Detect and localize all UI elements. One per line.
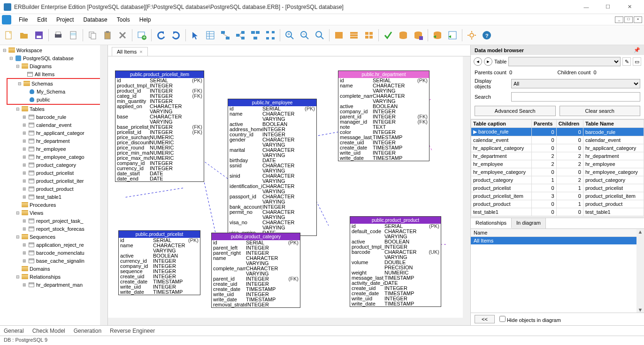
btab-check[interactable]: Check Model (32, 328, 65, 334)
tree-domains[interactable]: Domains (2, 265, 107, 273)
table-gen-icon[interactable] (445, 28, 460, 42)
tree-item[interactable]: ⊞hr_department (2, 137, 107, 145)
tree-item[interactable]: ⊞product_pricelist (2, 169, 107, 177)
relation4-icon[interactable] (263, 28, 277, 42)
tree-item[interactable]: ⊞product_pricelist_iter (2, 177, 107, 185)
table-row[interactable]: product_category12product_category (471, 176, 644, 184)
pin-icon[interactable]: 📌 (634, 47, 640, 53)
redo-icon[interactable] (169, 28, 183, 42)
tree-workspace[interactable]: ⊟Workspace (2, 46, 107, 54)
tree-views[interactable]: ⊟Views (2, 209, 107, 217)
tree-item[interactable]: ⊞report_project_task_ (2, 217, 107, 225)
list-item[interactable]: All Items (471, 237, 644, 244)
er-table[interactable]: public.product_productidSERIAL(PK)defaul… (350, 216, 441, 307)
tree-item[interactable]: ⊞product_category (2, 161, 107, 169)
table-row[interactable]: hr_department22hr_department (471, 152, 644, 160)
db-save-icon[interactable] (411, 28, 425, 42)
hide-checkbox-label[interactable]: Hide objects in diagram (499, 316, 561, 323)
btab-general[interactable]: General (4, 328, 24, 334)
tree-item[interactable]: ⊞hr_employee (2, 145, 107, 153)
check-icon[interactable] (381, 28, 395, 42)
undo-icon[interactable] (154, 28, 168, 42)
btab-rev[interactable]: Reverse Engineer (110, 328, 155, 334)
save-icon[interactable] (32, 28, 46, 42)
db-gen-icon[interactable] (396, 28, 410, 42)
table-row[interactable]: hr_employee22hr_employee (471, 160, 644, 168)
adv-search-button[interactable]: Advanced Search (475, 106, 556, 116)
menu-project[interactable]: Project (52, 15, 78, 25)
copy-icon[interactable] (85, 28, 100, 42)
btab-gen[interactable]: Generation (74, 328, 101, 334)
table-row[interactable]: hr_applicant_category00hr_applicant_cate… (471, 144, 644, 152)
open-icon[interactable] (17, 28, 31, 42)
clear-search-button[interactable]: Clear search (560, 106, 641, 116)
zoomout-icon[interactable]: − (298, 28, 312, 42)
table-select[interactable] (508, 57, 621, 66)
tree-schemas[interactable]: ⊟Schemas (8, 79, 104, 87)
menu-file[interactable]: File (14, 15, 32, 25)
view1-icon[interactable] (332, 28, 346, 42)
mdi-restore[interactable]: □ (624, 16, 633, 23)
search-input[interactable] (511, 92, 640, 102)
table-row[interactable]: product_pricelist01product_pricelist (471, 184, 644, 192)
settings-icon[interactable] (465, 28, 479, 42)
tree-public[interactable]: public (8, 95, 104, 103)
er-table[interactable]: public.hr_employeeidSERIAL(PK)nameCHARAC… (228, 99, 317, 236)
edit-icon[interactable]: ✎ (622, 57, 631, 66)
relation2-icon[interactable] (233, 28, 247, 42)
er-table[interactable]: public.product_categoryidSERIAL(PK)paren… (211, 233, 300, 308)
table-add-icon[interactable]: + (135, 28, 149, 42)
tab-indiagram[interactable]: In diagram (512, 218, 546, 228)
zoomfit-icon[interactable] (313, 28, 327, 42)
canvas[interactable]: public.product_pricelist_itemidSERIAL(PK… (108, 56, 470, 325)
mdi-minimize[interactable]: _ (615, 16, 623, 23)
tree-procedures[interactable]: Procedures (2, 201, 107, 209)
er-table[interactable]: public.product_pricelist_itemidSERIAL(PK… (115, 71, 204, 182)
tree-diagrams[interactable]: ⊟Diagrams (2, 62, 107, 70)
table-row[interactable]: product_product01product_product (471, 200, 644, 208)
grid-icon[interactable] (203, 28, 217, 42)
new-icon[interactable] (2, 28, 16, 42)
display-select[interactable]: All (511, 79, 640, 88)
delete-entry-icon[interactable]: ▭ (633, 57, 641, 66)
tab-relationships[interactable]: Relationships (471, 218, 512, 228)
tree-item[interactable]: ⊞application_reject_re (2, 241, 107, 249)
mdi-close[interactable]: × (634, 16, 642, 23)
tree-item[interactable]: ⊞hr_applicant_categor (2, 129, 107, 137)
list-vscroll[interactable]: ▲▼ (636, 229, 644, 313)
nav-fwd-icon[interactable]: ► (484, 57, 492, 66)
canvas-vscroll[interactable] (463, 56, 470, 325)
grid-hscroll[interactable]: ◄► (471, 216, 644, 218)
tree-item[interactable]: ⊞base_cache_signalin (2, 257, 107, 265)
delete-icon[interactable] (115, 28, 130, 42)
tree-myschema[interactable]: My_Schema (8, 87, 104, 95)
table-row[interactable]: calendar_event00calendar_event (471, 136, 644, 144)
relation3-icon[interactable] (248, 28, 262, 42)
tree-scrollbar[interactable] (100, 45, 107, 325)
menu-help[interactable]: Help (135, 15, 156, 25)
nav-back-icon[interactable]: ◄ (474, 57, 482, 66)
tree-item[interactable]: ⊞barcode_rule (2, 113, 107, 121)
menu-tools[interactable]: Tools (112, 15, 135, 25)
hide-checkbox[interactable] (499, 316, 506, 322)
menu-edit[interactable]: Edit (32, 15, 52, 25)
view2-icon[interactable] (347, 28, 361, 42)
tree-item[interactable]: ⊞calendar_event (2, 121, 107, 129)
collapse-button[interactable]: << (475, 315, 495, 323)
canvas-hscroll[interactable] (108, 318, 470, 325)
table-row[interactable]: product_pricelist_item30product_pricelis… (471, 192, 644, 200)
maximize-button[interactable]: ☐ (597, 0, 619, 14)
tree-item[interactable]: ⊞hr_department_man (2, 281, 107, 289)
er-table[interactable]: public.hr_departmentidSERIAL(PK)nameCHAR… (338, 71, 429, 161)
relation1-icon[interactable] (218, 28, 232, 42)
pointer-icon[interactable] (188, 28, 202, 42)
tree-item[interactable]: ⊞product_product (2, 185, 107, 193)
close-button[interactable]: ✕ (619, 0, 640, 14)
db-reverse-icon[interactable] (430, 28, 445, 42)
table-row[interactable]: ▶ barcode_rule00barcode_rule (471, 128, 644, 136)
tree-db[interactable]: ⊟PostgreSQL database (2, 54, 107, 62)
tree-relationships[interactable]: ⊟Relationships (2, 273, 107, 281)
view3-icon[interactable] (362, 28, 376, 42)
table-row[interactable]: test_table100test_table1 (471, 208, 644, 216)
browser-grid[interactable]: Table captionParentsChildrenTable Name ▶… (471, 119, 644, 218)
